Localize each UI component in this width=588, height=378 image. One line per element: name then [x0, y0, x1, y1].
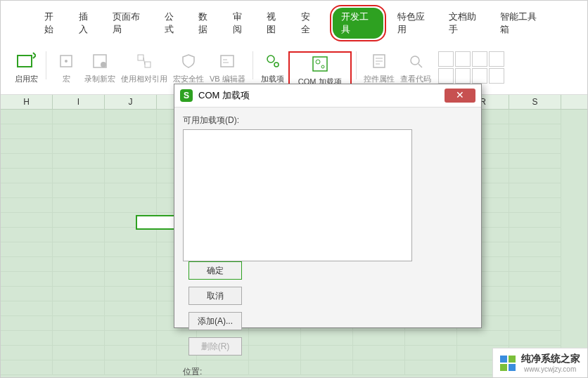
- col-header[interactable]: S: [509, 95, 561, 109]
- watermark: 纯净系统之家 www.ycwjzy.com: [492, 348, 587, 377]
- relative-ref-label: 使用相对引用: [121, 74, 167, 84]
- svg-point-14: [411, 56, 419, 65]
- watermark-url: www.ycwjzy.com: [524, 365, 580, 373]
- label-control-icon[interactable]: [472, 68, 487, 84]
- tab-special[interactable]: 特色应用: [392, 8, 437, 39]
- list-control-icon[interactable]: [489, 51, 504, 67]
- tab-review[interactable]: 审阅: [227, 8, 256, 39]
- close-button[interactable]: ✕: [445, 89, 475, 103]
- vb-editor-icon: [217, 51, 237, 71]
- svg-rect-5: [138, 55, 143, 60]
- shield-icon: [179, 51, 198, 71]
- tab-security[interactable]: 安全: [295, 8, 324, 39]
- col-header[interactable]: H: [1, 95, 53, 109]
- properties-icon: [369, 51, 389, 71]
- com-addins-icon: [310, 54, 330, 74]
- enable-macro-label: 启用宏: [15, 74, 38, 84]
- radio-control-icon[interactable]: [438, 68, 454, 84]
- col-header[interactable]: J: [105, 95, 157, 109]
- svg-point-11: [316, 60, 320, 64]
- view-code-label: 查看代码: [400, 74, 431, 84]
- ctrl-props-label: 控件属性: [364, 74, 395, 84]
- dialog-body: 可用加载项(D): 确定 取消 添加(A)... 删除(R) 位置: 加载行为:…: [174, 107, 481, 378]
- ribbon-tabs: 开始 插入 页面布局 公式 数据 审阅 视图 安全 开发工具 特色应用 文档助手…: [1, 1, 587, 46]
- macro-button[interactable]: 宏: [53, 51, 79, 84]
- record-macro-button[interactable]: 录制新宏: [84, 51, 115, 84]
- macro-icon: [56, 51, 76, 71]
- tab-layout[interactable]: 页面布局: [107, 8, 153, 39]
- record-macro-icon: [90, 51, 110, 71]
- tab-insert[interactable]: 插入: [73, 8, 102, 39]
- separator: [253, 51, 253, 79]
- record-macro-label: 录制新宏: [84, 74, 115, 84]
- addins-button[interactable]: 加载项: [260, 51, 286, 84]
- cancel-button[interactable]: 取消: [188, 287, 242, 305]
- dialog-titlebar[interactable]: S COM 加载项 ✕: [174, 84, 481, 107]
- gear-icon: [263, 51, 283, 71]
- svg-point-8: [267, 56, 274, 63]
- checkbox-control-icon[interactable]: [438, 51, 454, 67]
- textbox-control-icon[interactable]: [455, 51, 471, 67]
- control-toolbox[interactable]: [438, 51, 504, 84]
- location-label: 位置:: [183, 364, 473, 378]
- spinner-control-icon[interactable]: [489, 68, 504, 84]
- separator: [356, 51, 357, 79]
- addins-listbox[interactable]: [183, 129, 412, 261]
- separator: [46, 51, 46, 79]
- watermark-title: 纯净系统之家: [521, 353, 580, 365]
- com-addins-button[interactable]: COM 加载项: [294, 54, 346, 87]
- magnify-icon: [406, 51, 426, 71]
- tab-developer[interactable]: 开发工具: [333, 8, 383, 39]
- selected-cell[interactable]: [136, 215, 176, 230]
- tab-view[interactable]: 视图: [261, 8, 290, 39]
- svg-point-12: [321, 65, 324, 68]
- button-control-icon[interactable]: [455, 68, 471, 84]
- tab-dochelper[interactable]: 文档助手: [443, 8, 489, 39]
- available-addins-label: 可用加载项(D):: [183, 115, 473, 126]
- tab-smarttools[interactable]: 智能工具箱: [494, 8, 549, 39]
- watermark-logo-icon: [500, 356, 516, 371]
- combo-control-icon[interactable]: [472, 51, 487, 67]
- svg-point-9: [274, 63, 279, 67]
- svg-point-2: [65, 60, 68, 63]
- relative-ref-icon: [134, 51, 154, 71]
- remove-button: 删除(R): [188, 337, 242, 356]
- relative-ref-button[interactable]: 使用相对引用: [121, 51, 167, 84]
- tab-developer-highlight: 开发工具: [330, 5, 386, 41]
- col-header[interactable]: I: [53, 95, 105, 109]
- svg-rect-6: [145, 62, 151, 67]
- enable-macro-button[interactable]: 启用宏: [13, 51, 39, 84]
- vb-editor-label: VB 编辑器: [210, 74, 245, 84]
- dialog-app-icon: S: [180, 89, 193, 102]
- ok-button[interactable]: 确定: [188, 261, 242, 280]
- view-code-button[interactable]: 查看代码: [400, 51, 431, 84]
- svg-point-4: [101, 62, 106, 67]
- enable-macro-icon: [16, 51, 36, 71]
- add-button[interactable]: 添加(A)...: [188, 312, 242, 330]
- dialog-title: COM 加载项: [198, 89, 250, 102]
- macro-security-button[interactable]: 宏安全性: [173, 51, 204, 84]
- tab-formula[interactable]: 公式: [159, 8, 188, 39]
- addins-label: 加载项: [261, 74, 284, 84]
- svg-rect-10: [313, 57, 327, 71]
- com-addins-dialog: S COM 加载项 ✕ 可用加载项(D): 确定 取消 添加(A)... 删除(…: [174, 84, 482, 328]
- tab-start[interactable]: 开始: [39, 8, 68, 39]
- vb-editor-button[interactable]: VB 编辑器: [210, 51, 245, 84]
- svg-rect-0: [18, 56, 32, 67]
- macro-security-label: 宏安全性: [173, 74, 204, 84]
- ctrl-props-button[interactable]: 控件属性: [364, 51, 395, 84]
- svg-rect-7: [221, 56, 234, 67]
- tab-data[interactable]: 数据: [193, 8, 222, 39]
- macro-label: 宏: [63, 74, 70, 84]
